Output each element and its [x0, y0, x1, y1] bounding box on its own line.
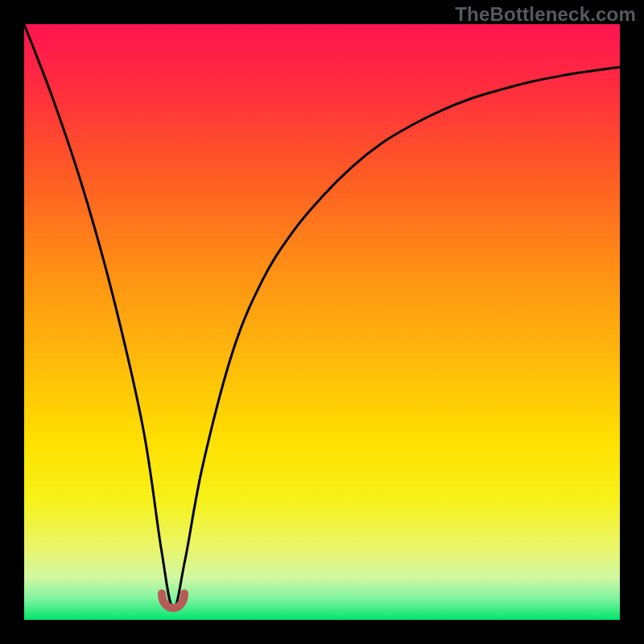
chart-svg [24, 24, 620, 620]
gradient-background [24, 24, 620, 620]
outer-frame: TheBottleneck.com [0, 0, 644, 644]
plot-area [24, 24, 620, 620]
watermark-text: TheBottleneck.com [455, 3, 636, 26]
